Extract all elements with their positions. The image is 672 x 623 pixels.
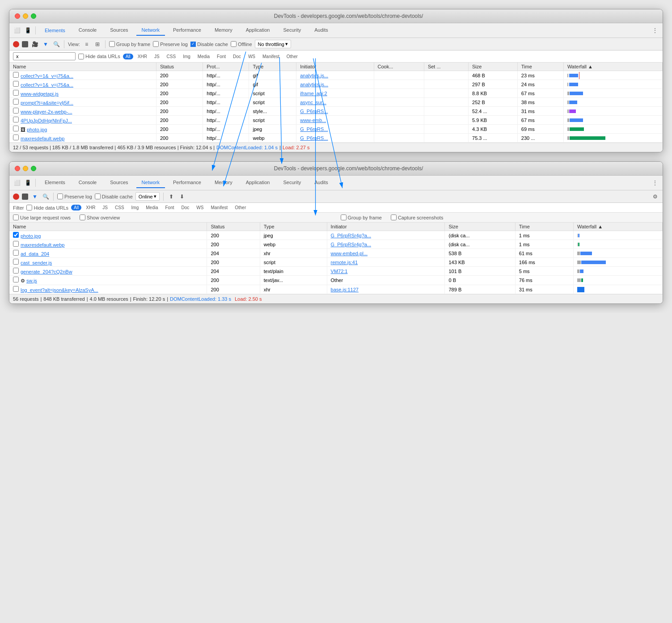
device-icon-2[interactable]: 📱 xyxy=(24,179,32,187)
disable-cache-checkbox-2[interactable] xyxy=(95,194,101,199)
table-row[interactable]: photo.jpg 200 jpeg G_P6rpRSr4g?a... (dis… xyxy=(9,231,663,240)
capture-screenshots-label[interactable]: Capture screenshots xyxy=(391,215,444,220)
pill-ws[interactable]: WS xyxy=(245,54,258,59)
minimize-button-2[interactable] xyxy=(23,166,28,171)
tab-elements-2[interactable]: Elements xyxy=(39,177,71,188)
show-overview-label[interactable]: Show overview xyxy=(80,215,120,220)
table-row[interactable]: ad_data_204 204 xhr www-embed-pl... 538 … xyxy=(9,249,663,258)
tab-console[interactable]: Console xyxy=(73,25,102,36)
row-checkbox-2[interactable] xyxy=(13,277,19,282)
col-waterfall-2[interactable]: Waterfall ▲ xyxy=(574,223,663,231)
row-name-2[interactable]: ad_data_204 xyxy=(21,251,49,257)
search-icon[interactable]: 🔍 xyxy=(52,40,60,48)
pill-manifest[interactable]: Manifest xyxy=(260,54,282,59)
row-initiator-2[interactable]: VM72:1 xyxy=(331,269,348,274)
table-row[interactable]: prompt?t=a&site=ylj5if... 200 http/... s… xyxy=(9,98,663,107)
row-name[interactable]: photo.jpg xyxy=(27,127,47,132)
stop-button-2[interactable] xyxy=(22,194,28,200)
table-row[interactable]: maxresdefault.webp 200 webp G_P6rpRSr4g?… xyxy=(9,240,663,249)
row-checkbox[interactable] xyxy=(13,81,19,87)
tab-application[interactable]: Application xyxy=(241,25,275,36)
col-set-1[interactable]: Set ... xyxy=(424,63,468,71)
offline-checkbox[interactable] xyxy=(231,41,237,47)
row-initiator[interactable]: www-emb... xyxy=(300,118,326,123)
maximize-button-1[interactable] xyxy=(31,13,36,19)
preserve-log-label-2[interactable]: Preserve log xyxy=(57,194,92,199)
pill-font[interactable]: Font xyxy=(214,54,228,59)
pill-css-2[interactable]: CSS xyxy=(112,205,127,210)
col-initiator-1[interactable]: Initiator xyxy=(296,63,374,71)
close-button-1[interactable] xyxy=(15,13,20,19)
row-initiator[interactable]: G_P6rpRS... xyxy=(300,109,328,114)
pill-js[interactable]: JS xyxy=(152,54,162,59)
grid-view-icon[interactable]: ⊞ xyxy=(93,40,101,48)
row-checkbox-2[interactable] xyxy=(13,259,19,265)
row-initiator-2[interactable]: G_P6rpRSr4g?a... xyxy=(331,242,372,247)
show-overview-checkbox[interactable] xyxy=(80,215,85,220)
table-row[interactable]: ⚙sw.js 200 text/jav... Other 0 B 76 ms xyxy=(9,276,663,285)
record-button[interactable] xyxy=(13,41,19,47)
hide-data-urls-label-2[interactable]: Hide data URLs xyxy=(26,205,68,210)
record-button-2[interactable] xyxy=(13,194,19,200)
tab-console-2[interactable]: Console xyxy=(73,177,102,188)
tab-security-2[interactable]: Security xyxy=(278,177,306,188)
disable-cache-label-2[interactable]: Disable cache xyxy=(95,194,133,199)
online-dropdown[interactable]: Online ▾ xyxy=(135,192,160,201)
row-name[interactable]: collect?v=1&_v=j75&a... xyxy=(21,82,73,88)
pill-doc-2[interactable]: Doc xyxy=(179,205,192,210)
capture-screenshots-checkbox[interactable] xyxy=(391,215,397,220)
table-row[interactable]: maxresdefault.webp 200 http/... webp G_P… xyxy=(9,134,663,143)
row-checkbox[interactable] xyxy=(13,135,19,140)
table-row[interactable]: collect?v=1&_v=j75&a... 200 http/... gif… xyxy=(9,71,663,80)
video-icon[interactable]: 🎥 xyxy=(31,40,39,48)
col-status-2[interactable]: Status xyxy=(207,223,260,231)
search-input[interactable] xyxy=(13,52,76,60)
row-initiator[interactable]: G_P6rpRS... xyxy=(300,126,328,132)
pill-media[interactable]: Media xyxy=(195,54,212,59)
tab-memory-2[interactable]: Memory xyxy=(209,177,238,188)
row-name[interactable]: collect?v=1&_v=j75&a... xyxy=(21,73,73,79)
col-type-1[interactable]: Type xyxy=(249,63,296,71)
preserve-log-label[interactable]: Preserve log xyxy=(153,41,188,47)
row-name[interactable]: www-widgetapi.js xyxy=(21,91,59,97)
col-size-2[interactable]: Size xyxy=(445,223,515,231)
tab-elements[interactable]: Elements xyxy=(39,25,71,35)
tab-audits[interactable]: Audits xyxy=(309,25,334,36)
offline-label[interactable]: Offline xyxy=(231,41,252,47)
search-icon-2[interactable]: 🔍 xyxy=(42,193,50,201)
upload-icon[interactable]: ⬆ xyxy=(167,193,175,201)
row-checkbox-2[interactable] xyxy=(13,241,19,247)
row-initiator-2[interactable]: G_P6rpRSr4g?a... xyxy=(331,233,372,238)
col-initiator-2[interactable]: Initiator xyxy=(327,223,445,231)
throttling-dropdown[interactable]: No throttling ▾ xyxy=(255,40,291,48)
pill-font-2[interactable]: Font xyxy=(163,205,177,210)
col-time-1[interactable]: Time xyxy=(517,63,563,71)
row-checkbox-2[interactable] xyxy=(13,268,19,274)
pill-other-2[interactable]: Other xyxy=(232,205,249,210)
row-initiator-2[interactable]: remote.js:41 xyxy=(331,260,358,265)
row-name-2[interactable]: log_event?alt=json&key=AlzaSyA... xyxy=(21,287,98,293)
stop-button[interactable] xyxy=(22,41,28,47)
settings-icon[interactable]: ⚙ xyxy=(651,193,659,201)
tab-audits-2[interactable]: Audits xyxy=(309,177,334,188)
tab-sources-2[interactable]: Sources xyxy=(105,177,133,188)
col-cook-1[interactable]: Cook... xyxy=(374,63,424,71)
group-by-frame-label-2[interactable]: Group by frame xyxy=(341,215,382,220)
row-name[interactable]: maxresdefault.webp xyxy=(21,136,64,141)
filter-icon-2[interactable]: ▼ xyxy=(31,193,39,201)
col-time-2[interactable]: Time xyxy=(515,223,573,231)
pill-doc[interactable]: Doc xyxy=(230,54,244,59)
col-name-1[interactable]: Name xyxy=(9,63,156,71)
preserve-log-checkbox[interactable] xyxy=(153,41,159,47)
row-checkbox[interactable] xyxy=(13,90,19,96)
row-initiator[interactable]: async_sur... xyxy=(300,100,326,105)
row-name-2[interactable]: photo.jpg xyxy=(21,233,41,239)
pill-ws-2[interactable]: WS xyxy=(194,205,206,210)
pill-js-2[interactable]: JS xyxy=(100,205,110,210)
inspect-icon[interactable]: ⬜ xyxy=(13,26,21,34)
col-status-1[interactable]: Status xyxy=(156,63,203,71)
tab-network[interactable]: Network xyxy=(136,25,165,36)
col-size-1[interactable]: Size xyxy=(469,63,518,71)
minimize-button-1[interactable] xyxy=(23,13,28,19)
maximize-button-2[interactable] xyxy=(31,166,36,171)
